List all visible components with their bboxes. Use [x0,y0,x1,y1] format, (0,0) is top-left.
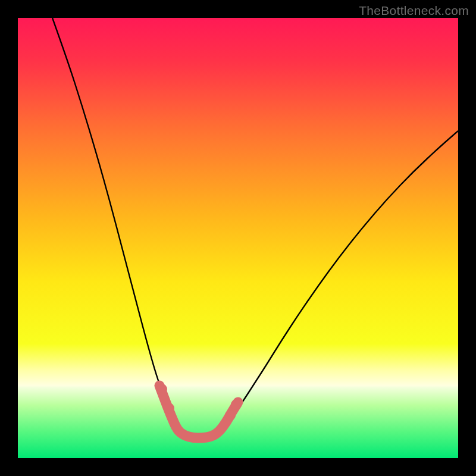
chart-frame: TheBottleneck.com [0,0,476,476]
heatmap-background [18,18,458,458]
watermark-text: TheBottleneck.com [359,4,469,18]
marker-point [225,410,236,421]
plot-area [18,18,458,458]
chart-svg [18,18,458,458]
marker-point [164,403,174,414]
marker-point [156,384,167,394]
marker-point [231,399,242,410]
